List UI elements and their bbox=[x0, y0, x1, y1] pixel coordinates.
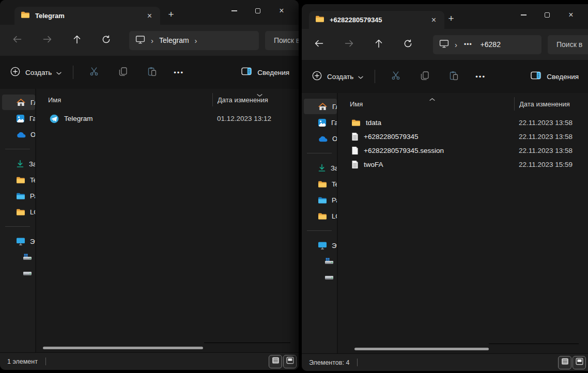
file-row[interactable]: twoFA 22.11.2023 15:59 bbox=[338, 158, 588, 172]
sidebar-item[interactable]: Te bbox=[304, 176, 337, 192]
chevron-down-icon bbox=[358, 72, 363, 81]
home-icon bbox=[16, 98, 26, 107]
breadcrumb-overflow-button[interactable]: ••• bbox=[464, 41, 472, 48]
file-row[interactable]: +6282280579345 22.11.2023 13:58 bbox=[338, 130, 588, 144]
paste-button[interactable] bbox=[143, 64, 161, 81]
close-button[interactable]: × bbox=[270, 4, 293, 18]
address-bar[interactable]: › Telegram › bbox=[129, 31, 259, 50]
navigation-pane: Гл Га О За Te Ра LO bbox=[0, 89, 36, 352]
forward-icon bbox=[344, 39, 354, 50]
back-button[interactable] bbox=[311, 37, 327, 52]
sidebar-item[interactable]: За bbox=[2, 156, 35, 172]
minimize-icon bbox=[521, 14, 527, 15]
sidebar-item[interactable]: О bbox=[2, 127, 35, 142]
maximize-button[interactable] bbox=[535, 8, 559, 22]
new-tab-button[interactable]: + bbox=[444, 13, 458, 23]
sidebar-item[interactable] bbox=[2, 250, 35, 265]
details-label: Сведения bbox=[257, 69, 289, 76]
navigation-bar: › ••• +6282 Поиск в bbox=[302, 29, 588, 60]
folder-icon bbox=[16, 176, 25, 184]
sidebar-item[interactable]: Te bbox=[2, 172, 35, 188]
search-placeholder: Поиск в: bbox=[274, 36, 299, 44]
sidebar-item[interactable]: Гл bbox=[2, 95, 35, 110]
details-pane-button[interactable]: Сведения bbox=[241, 67, 289, 77]
forward-icon bbox=[42, 35, 52, 45]
cut-button[interactable] bbox=[387, 68, 405, 85]
details-view-button[interactable] bbox=[269, 355, 282, 368]
search-input[interactable]: Поиск в bbox=[548, 35, 588, 54]
breadcrumb-segment[interactable]: Telegram bbox=[159, 36, 189, 44]
sidebar-item[interactable]: Га bbox=[2, 111, 35, 126]
column-header-name[interactable]: Имя bbox=[36, 96, 212, 104]
address-bar[interactable]: › ••• +6282 bbox=[433, 35, 541, 54]
tab-title: Telegram bbox=[35, 12, 144, 20]
horizontal-scrollbar-thumb[interactable] bbox=[43, 347, 203, 349]
sidebar-item[interactable]: LO bbox=[2, 204, 35, 220]
forward-button[interactable] bbox=[341, 37, 357, 52]
refresh-button[interactable] bbox=[400, 37, 415, 52]
sort-descending-icon bbox=[257, 90, 262, 99]
cut-button[interactable] bbox=[85, 64, 103, 81]
this-pc-icon bbox=[16, 237, 25, 245]
sidebar-item[interactable]: Ра bbox=[2, 188, 35, 204]
maximize-button[interactable] bbox=[246, 4, 270, 18]
sidebar-item[interactable]: Эт bbox=[2, 234, 35, 249]
details-label: Сведения bbox=[547, 73, 579, 81]
sidebar-item[interactable]: Га bbox=[304, 115, 337, 130]
thumbnail-view-button[interactable] bbox=[572, 356, 586, 369]
column-header-name[interactable]: Имя bbox=[338, 100, 514, 108]
sidebar-item[interactable]: Эт bbox=[304, 238, 337, 253]
copy-icon bbox=[118, 67, 128, 78]
back-button[interactable] bbox=[9, 33, 25, 48]
sidebar-item[interactable]: Ра bbox=[304, 192, 337, 208]
sidebar-item[interactable]: О bbox=[304, 131, 337, 146]
forward-button[interactable] bbox=[39, 33, 55, 48]
file-row[interactable]: +6282280579345.session 22.11.2023 13:58 bbox=[338, 144, 588, 158]
file-row[interactable]: Telegram 01.12.2023 13:12 bbox=[36, 112, 299, 126]
thumbnail-view-button[interactable] bbox=[283, 355, 297, 368]
breadcrumb-segment[interactable]: +6282 bbox=[481, 40, 501, 49]
sidebar-item[interactable] bbox=[304, 254, 337, 269]
folder-icon bbox=[315, 15, 324, 25]
paste-button[interactable] bbox=[445, 68, 462, 85]
copy-button[interactable] bbox=[114, 64, 132, 81]
file-row[interactable]: tdata 22.11.2023 13:58 bbox=[338, 116, 588, 130]
refresh-icon bbox=[404, 39, 412, 50]
tab-telegram[interactable]: Telegram × bbox=[14, 7, 160, 25]
up-button[interactable] bbox=[371, 37, 386, 52]
sidebar-item[interactable]: LO bbox=[304, 208, 337, 224]
refresh-button[interactable] bbox=[98, 33, 114, 48]
details-view-button[interactable] bbox=[558, 356, 571, 369]
create-new-button[interactable]: Создать bbox=[10, 67, 61, 79]
sidebar-item[interactable] bbox=[2, 266, 35, 281]
tab-phone-folder[interactable]: +6282280579345 × bbox=[309, 11, 444, 29]
refresh-icon bbox=[102, 35, 111, 46]
sidebar-item[interactable] bbox=[304, 270, 337, 285]
sidebar-item[interactable]: Гл bbox=[304, 99, 337, 114]
folder-icon bbox=[21, 11, 30, 21]
copy-icon bbox=[420, 71, 429, 82]
paste-icon bbox=[147, 67, 157, 78]
more-options-button[interactable]: ••• bbox=[174, 69, 184, 76]
column-header-date[interactable]: Дата изменения bbox=[212, 93, 299, 106]
minimize-button[interactable] bbox=[222, 4, 246, 18]
more-options-button[interactable]: ••• bbox=[475, 73, 486, 81]
horizontal-scrollbar-thumb[interactable] bbox=[354, 348, 489, 350]
copy-button[interactable] bbox=[416, 68, 434, 85]
minimize-button[interactable] bbox=[512, 8, 535, 22]
close-button[interactable]: × bbox=[559, 8, 583, 22]
column-header-date[interactable]: Дата изменения bbox=[514, 97, 588, 111]
status-bar: Элементов: 4 bbox=[302, 353, 588, 371]
tab-bar: +6282280579345 × + × bbox=[302, 4, 588, 29]
up-button[interactable] bbox=[69, 33, 85, 48]
status-divider bbox=[357, 359, 358, 366]
tab-close-icon[interactable]: × bbox=[428, 15, 439, 25]
create-new-button[interactable]: Создать bbox=[312, 71, 363, 83]
new-tab-button[interactable]: + bbox=[164, 9, 178, 19]
tab-close-icon[interactable]: × bbox=[144, 11, 155, 21]
details-pane-button[interactable]: Сведения bbox=[531, 71, 579, 82]
toolbar-divider bbox=[375, 70, 375, 83]
search-input[interactable]: Поиск в: bbox=[265, 31, 299, 50]
sidebar-item[interactable]: За bbox=[304, 160, 337, 176]
status-bar: 1 элемент bbox=[0, 352, 299, 370]
